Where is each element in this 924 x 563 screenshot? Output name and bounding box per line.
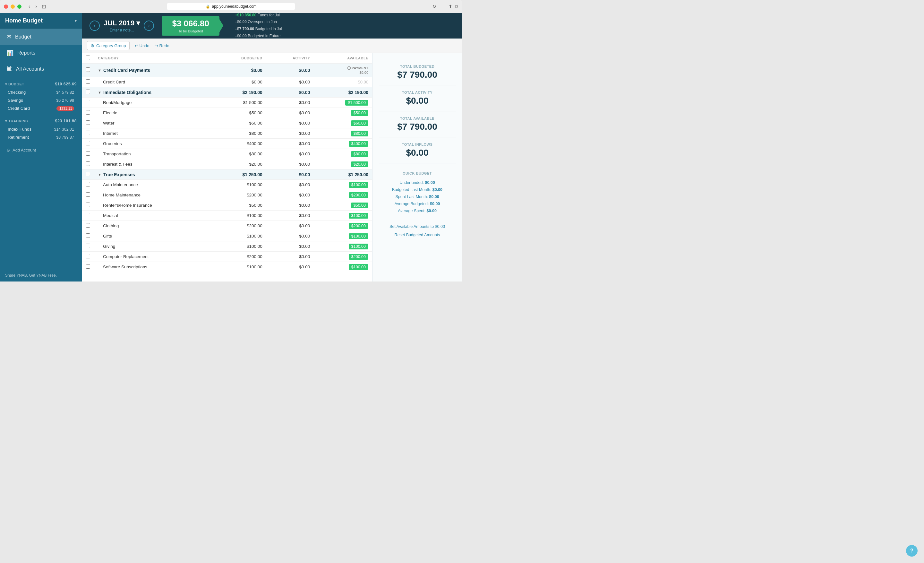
table-row[interactable]: Renter's/Home Insurance $50.00 $0.00 $50…: [82, 200, 372, 210]
to-be-budgeted-summary[interactable]: $3 066.80 To be Budgeted: [162, 16, 219, 36]
next-month-button[interactable]: ›: [144, 21, 154, 31]
fullscreen-button[interactable]: [17, 5, 21, 9]
sidebar-account-credit-card[interactable]: Credit Card -$231.11: [5, 104, 76, 113]
item-budgeted-cell[interactable]: $1 500.00: [212, 98, 266, 108]
table-row[interactable]: Clothing $200.00 $0.00 $200.00: [82, 221, 372, 231]
item-name-cell[interactable]: Interest & Fees: [94, 159, 212, 170]
item-name-cell[interactable]: Home Maintenance: [94, 190, 212, 200]
sidebar-item-reports[interactable]: 📊 Reports: [0, 45, 82, 61]
select-all-checkbox[interactable]: [86, 56, 90, 60]
item-budgeted-cell[interactable]: $50.00: [212, 200, 266, 210]
item-checkbox[interactable]: [86, 203, 90, 207]
item-budgeted-cell[interactable]: $100.00: [212, 210, 266, 221]
group-checkbox-immediate-obligations[interactable]: [86, 90, 90, 94]
sidebar-account-index-funds[interactable]: Index Funds $14 302.01: [5, 125, 76, 133]
item-budgeted-cell[interactable]: $200.00: [212, 221, 266, 231]
quick-budget-item[interactable]: Average Budgeted: $0.00: [379, 200, 456, 207]
item-budgeted-cell[interactable]: $80.00: [212, 149, 266, 159]
undo-button[interactable]: ↩ Undo: [135, 44, 150, 48]
item-budgeted-cell[interactable]: $100.00: [212, 231, 266, 242]
item-checkbox[interactable]: [86, 110, 90, 115]
item-checkbox[interactable]: [86, 100, 90, 104]
table-row[interactable]: Credit Card $0.00 $0.00 $0.00: [82, 77, 372, 87]
group-row-credit-card-payments[interactable]: ▼ Credit Card Payments $0.00 $0.00 ⓘ PAY…: [82, 63, 372, 77]
group-row-true-expenses[interactable]: ▼ True Expenses $1 250.00 $0.00 $1 250.0…: [82, 170, 372, 180]
close-button[interactable]: [4, 5, 8, 9]
item-budgeted-cell[interactable]: $200.00: [212, 190, 266, 200]
sidebar-toggle-button[interactable]: ⊡: [42, 3, 46, 10]
table-row[interactable]: Groceries $400.00 $0.00 $400.00: [82, 139, 372, 149]
quick-budget-link[interactable]: Underfunded: $0.00: [399, 180, 435, 185]
quick-budget-item[interactable]: Underfunded: $0.00: [379, 179, 456, 186]
item-budgeted-cell[interactable]: $20.00: [212, 159, 266, 170]
item-checkbox[interactable]: [86, 254, 90, 258]
back-button[interactable]: ‹: [27, 3, 32, 10]
forward-button[interactable]: ›: [33, 3, 39, 10]
sidebar-item-budget[interactable]: ✉ Budget: [0, 29, 82, 45]
item-checkbox[interactable]: [86, 161, 90, 166]
item-name-cell[interactable]: Rent/Mortgage: [94, 98, 212, 108]
item-budgeted-cell[interactable]: $50.00: [212, 108, 266, 118]
item-checkbox[interactable]: [86, 264, 90, 269]
sidebar-account-savings[interactable]: Savings $6 276.98: [5, 96, 76, 104]
item-name-cell[interactable]: Transportation: [94, 149, 212, 159]
table-row[interactable]: Computer Replacement $200.00 $0.00 $200.…: [82, 252, 372, 262]
item-name-cell[interactable]: Internet: [94, 128, 212, 139]
table-row[interactable]: Giving $100.00 $0.00 $100.00: [82, 242, 372, 252]
item-checkbox[interactable]: [86, 223, 90, 228]
table-row[interactable]: Software Subscriptions $100.00 $0.00 $10…: [82, 262, 372, 272]
refresh-button[interactable]: ↻: [432, 4, 436, 9]
quick-budget-item[interactable]: Budgeted Last Month: $0.00: [379, 186, 456, 193]
item-name-cell[interactable]: Clothing: [94, 221, 212, 231]
item-name-cell[interactable]: Software Subscriptions: [94, 262, 212, 272]
item-name-cell[interactable]: Computer Replacement: [94, 252, 212, 262]
budget-section-header[interactable]: ▾ BUDGET $10 625.69: [5, 80, 76, 88]
table-row[interactable]: Medical $100.00 $0.00 $100.00: [82, 210, 372, 221]
group-checkbox-true-expenses[interactable]: [86, 172, 90, 176]
set-available-link[interactable]: Set Available Amounts to $0.00: [379, 222, 456, 231]
item-name-cell[interactable]: Groceries: [94, 139, 212, 149]
item-name-cell[interactable]: Credit Card: [94, 77, 212, 87]
item-checkbox[interactable]: [86, 131, 90, 135]
quick-budget-item[interactable]: Average Spent: $0.00: [379, 207, 456, 215]
item-budgeted-cell[interactable]: $80.00: [212, 128, 266, 139]
item-checkbox[interactable]: [86, 192, 90, 197]
item-budgeted-cell[interactable]: $100.00: [212, 242, 266, 252]
tracking-section-header[interactable]: ▾ TRACKING $23 101.88: [5, 117, 76, 125]
sidebar-account-checking[interactable]: Checking $4 579.82: [5, 88, 76, 96]
quick-budget-item[interactable]: Spent Last Month: $0.00: [379, 193, 456, 200]
table-row[interactable]: Gifts $100.00 $0.00 $100.00: [82, 231, 372, 242]
month-note[interactable]: Enter a note...: [104, 28, 140, 32]
item-name-cell[interactable]: Medical: [94, 210, 212, 221]
table-row[interactable]: Electric $50.00 $0.00 $50.00: [82, 108, 372, 118]
item-budgeted-cell[interactable]: $200.00: [212, 252, 266, 262]
item-name-cell[interactable]: Gifts: [94, 231, 212, 242]
item-name-cell[interactable]: Giving: [94, 242, 212, 252]
table-row[interactable]: Transportation $80.00 $0.00 $80.00: [82, 149, 372, 159]
url-bar[interactable]: 🔒 app.youneedabudget.com: [167, 3, 295, 10]
share-button[interactable]: ⬆: [448, 4, 452, 9]
item-budgeted-cell[interactable]: $0.00: [212, 77, 266, 87]
quick-budget-link[interactable]: Spent Last Month: $0.00: [395, 195, 439, 199]
item-name-cell[interactable]: Auto Maintenance: [94, 180, 212, 190]
item-checkbox[interactable]: [86, 182, 90, 186]
sidebar-header[interactable]: Home Budget ▾: [0, 13, 82, 29]
add-category-group-button[interactable]: ⊕ Category Group: [87, 41, 130, 50]
sidebar-item-all-accounts[interactable]: 🏛 All Accounts: [0, 61, 82, 77]
group-row-immediate-obligations[interactable]: ▼ Immediate Obligations $2 190.00 $0.00 …: [82, 87, 372, 98]
table-row[interactable]: Interest & Fees $20.00 $0.00 $20.00: [82, 159, 372, 170]
prev-month-button[interactable]: ‹: [90, 21, 100, 31]
item-checkbox[interactable]: [86, 120, 90, 125]
item-budgeted-cell[interactable]: $100.00: [212, 180, 266, 190]
table-row[interactable]: Internet $80.00 $0.00 $80.00: [82, 128, 372, 139]
quick-budget-link[interactable]: Budgeted Last Month: $0.00: [392, 188, 442, 192]
minimize-button[interactable]: [10, 5, 15, 9]
item-checkbox[interactable]: [86, 213, 90, 217]
quick-budget-link[interactable]: Average Budgeted: $0.00: [394, 201, 440, 206]
pip-button[interactable]: ⧉: [455, 4, 458, 9]
item-checkbox[interactable]: [86, 244, 90, 248]
item-budgeted-cell[interactable]: $100.00: [212, 262, 266, 272]
item-name-cell[interactable]: Water: [94, 118, 212, 128]
reset-budgeted-link[interactable]: Reset Budgeted Amounts: [379, 231, 456, 239]
table-row[interactable]: Rent/Mortgage $1 500.00 $0.00 $1 500.00: [82, 98, 372, 108]
